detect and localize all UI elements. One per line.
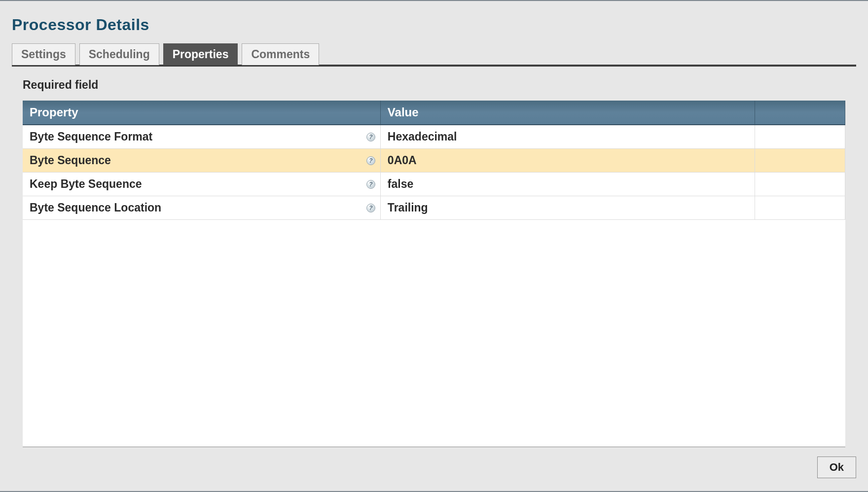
- col-header-value[interactable]: Value: [380, 101, 755, 125]
- property-name: Byte Sequence Format: [30, 130, 152, 143]
- extra-cell[interactable]: [755, 173, 845, 196]
- property-cell[interactable]: Byte Sequence?: [23, 149, 380, 173]
- ok-button[interactable]: Ok: [817, 457, 856, 478]
- col-header-property[interactable]: Property: [23, 101, 380, 125]
- value-cell[interactable]: Trailing: [380, 196, 755, 220]
- required-field-label: Required field: [12, 75, 856, 101]
- table-header-row: Property Value: [23, 101, 845, 125]
- table-body: Byte Sequence Format?HexadecimalByte Seq…: [23, 125, 845, 220]
- property-value: Trailing: [388, 201, 428, 214]
- value-cell[interactable]: 0A0A: [380, 149, 755, 173]
- table-row[interactable]: Byte Sequence?0A0A: [23, 149, 845, 173]
- help-icon[interactable]: ?: [366, 156, 375, 165]
- property-value: 0A0A: [388, 154, 417, 167]
- dialog-title: Processor Details: [12, 1, 856, 43]
- properties-grid: Property Value Byte Sequence Format?Hexa…: [23, 101, 845, 447]
- help-icon[interactable]: ?: [366, 180, 375, 189]
- help-icon[interactable]: ?: [366, 204, 375, 212]
- tab-settings[interactable]: Settings: [12, 43, 75, 65]
- tab-bar: Settings Scheduling Properties Comments: [12, 43, 856, 67]
- property-name: Byte Sequence Location: [30, 201, 161, 214]
- table-row[interactable]: Byte Sequence Format?Hexadecimal: [23, 125, 845, 149]
- value-cell[interactable]: Hexadecimal: [380, 125, 755, 149]
- property-value: false: [388, 177, 413, 190]
- col-header-extra[interactable]: [755, 101, 845, 125]
- table-row[interactable]: Byte Sequence Location?Trailing: [23, 196, 845, 220]
- tab-comments[interactable]: Comments: [242, 43, 319, 65]
- property-cell[interactable]: Byte Sequence Location?: [23, 196, 380, 220]
- properties-panel: Required field Property Value Byte Seque…: [12, 75, 856, 447]
- extra-cell[interactable]: [755, 149, 845, 173]
- help-icon[interactable]: ?: [366, 133, 375, 141]
- property-cell[interactable]: Byte Sequence Format?: [23, 125, 380, 149]
- grid-empty-area: [23, 220, 845, 447]
- property-value: Hexadecimal: [388, 130, 457, 143]
- property-cell[interactable]: Keep Byte Sequence?: [23, 173, 380, 196]
- property-name: Keep Byte Sequence: [30, 177, 142, 190]
- extra-cell[interactable]: [755, 196, 845, 220]
- tab-scheduling[interactable]: Scheduling: [79, 43, 159, 65]
- properties-table: Property Value Byte Sequence Format?Hexa…: [23, 101, 845, 220]
- value-cell[interactable]: false: [380, 173, 755, 196]
- tab-properties[interactable]: Properties: [163, 43, 238, 65]
- table-row[interactable]: Keep Byte Sequence?false: [23, 173, 845, 196]
- extra-cell[interactable]: [755, 125, 845, 149]
- processor-details-dialog: Processor Details Settings Scheduling Pr…: [0, 0, 868, 492]
- property-name: Byte Sequence: [30, 154, 111, 167]
